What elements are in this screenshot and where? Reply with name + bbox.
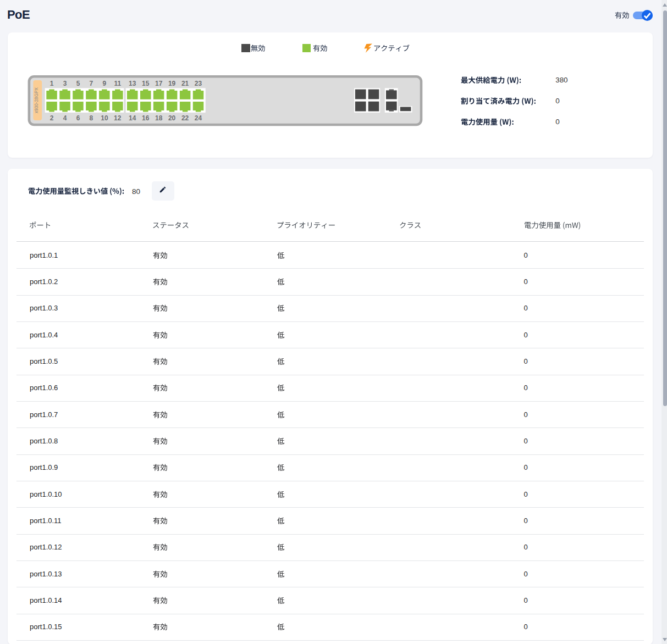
svg-text:16: 16 [142,114,150,122]
svg-text:x930-28GPX: x930-28GPX [34,87,39,113]
svg-text:19: 19 [168,80,176,87]
svg-text:5: 5 [76,80,80,87]
svg-text:10: 10 [101,114,108,122]
svg-text:21: 21 [181,80,189,87]
svg-text:18: 18 [155,114,163,122]
svg-text:22: 22 [181,114,189,122]
svg-text:17: 17 [155,80,163,87]
svg-text:11: 11 [114,80,121,87]
svg-text:20: 20 [168,114,176,122]
svg-text:9: 9 [103,80,107,87]
svg-text:8: 8 [90,114,93,122]
svg-text:23: 23 [195,80,202,87]
svg-text:6: 6 [76,114,80,122]
svg-text:15: 15 [142,80,150,87]
svg-text:12: 12 [114,114,122,122]
svg-text:13: 13 [129,80,136,87]
svg-text:14: 14 [129,114,136,122]
svg-text:3: 3 [63,80,67,87]
svg-text:2: 2 [50,114,54,122]
svg-text:7: 7 [90,80,93,87]
svg-text:1: 1 [50,80,54,87]
svg-text:4: 4 [63,114,67,122]
svg-text:24: 24 [195,114,202,122]
